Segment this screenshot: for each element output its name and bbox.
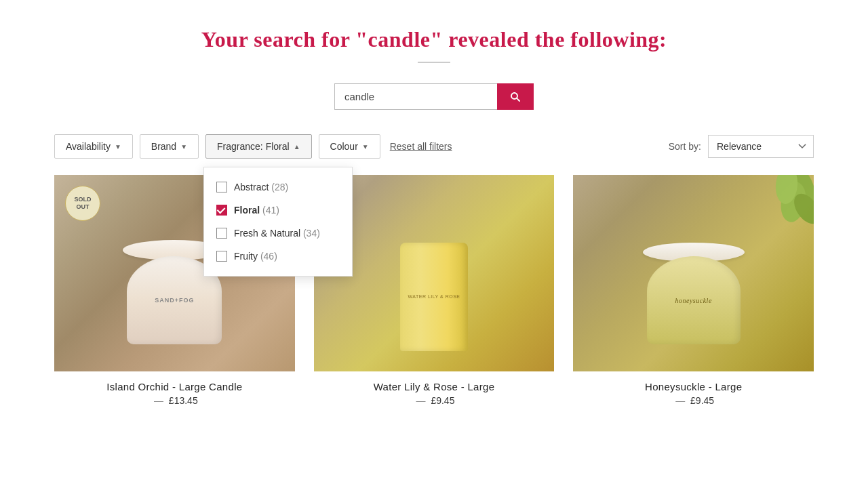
product-info-island-orchid: Island Orchid - Large Candle — £13.45 xyxy=(54,371,295,409)
fragrance-label: Fragrance: Floral xyxy=(217,141,290,152)
search-bar-row xyxy=(54,83,814,110)
product-price-honeysuckle: — £9.45 xyxy=(573,395,814,406)
search-icon xyxy=(509,91,521,103)
reset-filters-button[interactable]: Reset all filters xyxy=(390,141,452,152)
product-info-honeysuckle: Honeysuckle - Large — £9.45 xyxy=(573,371,814,409)
fragrance-option-floral[interactable]: Floral (41) xyxy=(204,199,352,222)
availability-chevron-icon: ▼ xyxy=(115,143,121,150)
price-value-island-orchid: £13.45 xyxy=(169,395,198,406)
fragrance-filter-button[interactable]: Fragrance: Floral ▲ xyxy=(205,134,312,159)
filters-row: Availability ▼ Brand ▼ Fragrance: Floral… xyxy=(54,134,814,159)
search-button[interactable] xyxy=(497,83,534,110)
fresh-natural-checkbox[interactable] xyxy=(216,228,227,239)
floral-checkbox[interactable] xyxy=(216,205,227,216)
product-price-water-lily: — £9.45 xyxy=(314,395,555,406)
products-grid: Sold Out Island Orchid - Large Candle — … xyxy=(54,175,814,409)
product-card-honeysuckle[interactable]: Honeysuckle - Large — £9.45 xyxy=(573,175,814,409)
colour-filter-button[interactable]: Colour ▼ xyxy=(319,134,380,159)
heading-divider xyxy=(418,62,450,63)
price-value-honeysuckle: £9.45 xyxy=(690,395,714,406)
fresh-natural-label: Fresh & Natural (34) xyxy=(234,228,320,239)
fragrance-option-abstract[interactable]: Abstract (28) xyxy=(204,176,352,199)
search-heading: Your search for "candle" revealed the fo… xyxy=(54,27,814,52)
fragrance-option-fruity[interactable]: Fruity (46) xyxy=(204,245,352,268)
fruity-label: Fruity (46) xyxy=(234,251,277,262)
product-name-water-lily: Water Lily & Rose - Large xyxy=(314,381,555,392)
sort-section: Sort by: Relevance Price: Low to High Pr… xyxy=(669,135,814,158)
product-image-honeysuckle xyxy=(573,175,814,371)
brand-filter-button[interactable]: Brand ▼ xyxy=(140,134,199,159)
availability-label: Availability xyxy=(66,141,111,152)
sold-out-badge: Sold Out xyxy=(65,186,100,221)
svg-line-1 xyxy=(517,98,519,100)
sort-label: Sort by: xyxy=(669,141,701,152)
fragrance-dropdown: Abstract (28) Floral (41) Fresh & Natura… xyxy=(203,167,353,277)
brand-chevron-icon: ▼ xyxy=(180,143,187,150)
brand-label: Brand xyxy=(151,141,176,152)
search-input[interactable] xyxy=(334,83,497,110)
abstract-checkbox[interactable] xyxy=(216,182,227,192)
product-name-island-orchid: Island Orchid - Large Candle xyxy=(54,381,295,392)
candle-water-lily xyxy=(400,243,468,351)
product-info-water-lily: Water Lily & Rose - Large — £9.45 xyxy=(314,371,555,409)
product-price-island-orchid: — £13.45 xyxy=(54,395,295,406)
candle-honeysuckle xyxy=(647,256,741,344)
fruity-checkbox[interactable] xyxy=(216,251,227,262)
colour-chevron-icon: ▼ xyxy=(362,143,369,150)
page-wrapper: Your search for "candle" revealed the fo… xyxy=(0,0,868,436)
fragrance-chevron-icon: ▲ xyxy=(294,143,300,150)
availability-filter-button[interactable]: Availability ▼ xyxy=(54,134,133,159)
colour-label: Colour xyxy=(330,141,358,152)
plant-decoration xyxy=(746,175,814,256)
product-name-honeysuckle: Honeysuckle - Large xyxy=(573,381,814,392)
fragrance-option-fresh-natural[interactable]: Fresh & Natural (34) xyxy=(204,222,352,245)
sort-select[interactable]: Relevance Price: Low to High Price: High… xyxy=(708,135,814,158)
floral-label: Floral (41) xyxy=(234,205,279,216)
price-value-water-lily: £9.45 xyxy=(431,395,454,406)
abstract-label: Abstract (28) xyxy=(234,182,288,192)
